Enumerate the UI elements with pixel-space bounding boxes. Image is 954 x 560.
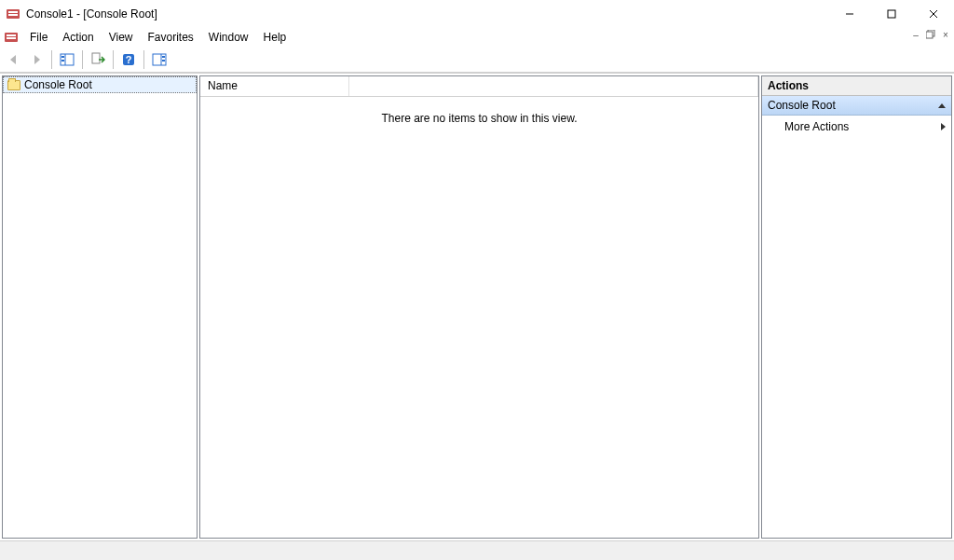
menu-help[interactable]: Help	[256, 29, 294, 46]
doc-icon[interactable]	[4, 30, 19, 45]
maximize-button[interactable]	[870, 0, 912, 28]
svg-rect-14	[61, 56, 64, 58]
toolbar: ?	[0, 47, 954, 73]
svg-rect-15	[61, 60, 64, 61]
action-pane-icon	[152, 52, 167, 67]
svg-rect-2	[8, 14, 18, 16]
export-list-button[interactable]	[88, 49, 108, 70]
forward-icon	[29, 52, 44, 67]
menu-window[interactable]: Window	[201, 29, 256, 46]
folder-icon	[7, 80, 20, 90]
back-button[interactable]	[4, 49, 24, 70]
app-icon	[6, 7, 20, 21]
doc-close-button[interactable]: ×	[939, 28, 952, 41]
tree-panel: Console Root	[2, 75, 198, 539]
actions-section-header[interactable]: Console Root	[762, 96, 951, 116]
menu-action[interactable]: Action	[55, 29, 101, 46]
empty-list-message: There are no items to show in this view.	[200, 97, 758, 538]
menubar: File Action View Favorites Window Help –…	[0, 28, 954, 47]
submenu-icon	[941, 123, 946, 130]
tree-toggle-icon	[60, 52, 75, 67]
tree-root-label: Console Root	[24, 78, 92, 91]
menu-favorites[interactable]: Favorites	[141, 29, 201, 46]
more-actions-item[interactable]: More Actions	[762, 116, 951, 138]
menu-view[interactable]: View	[102, 29, 141, 46]
actions-panel: Actions Console Root More Actions	[761, 75, 952, 539]
list-header: Name	[200, 76, 758, 97]
list-panel: Name There are no items to show in this …	[199, 75, 759, 539]
collapse-icon	[938, 103, 946, 108]
window-controls	[828, 0, 954, 28]
minimize-button[interactable]	[828, 0, 870, 28]
more-actions-label: More Actions	[784, 120, 849, 133]
tree-root-item[interactable]: Console Root	[3, 76, 197, 93]
menu-file[interactable]: File	[22, 29, 55, 46]
column-spacer	[349, 76, 758, 96]
action-pane-button[interactable]	[149, 49, 170, 70]
help-icon: ?	[121, 52, 136, 67]
back-icon	[7, 52, 21, 67]
svg-rect-16	[92, 53, 100, 63]
svg-rect-9	[7, 37, 16, 39]
column-name[interactable]: Name	[200, 76, 349, 96]
center-wrap: Name There are no items to show in this …	[199, 75, 759, 539]
actions-header: Actions	[762, 76, 951, 96]
svg-rect-21	[162, 56, 165, 58]
show-hide-tree-button[interactable]	[57, 49, 77, 70]
workspace: Console Root Name There are no items to …	[0, 73, 954, 540]
help-button[interactable]: ?	[118, 49, 139, 70]
svg-text:?: ?	[126, 54, 132, 65]
svg-rect-1	[8, 11, 18, 13]
svg-rect-22	[162, 60, 165, 61]
titlebar: Console1 - [Console Root]	[0, 0, 954, 28]
window-title: Console1 - [Console Root]	[26, 7, 157, 20]
doc-window-controls: – ×	[909, 28, 952, 41]
forward-button[interactable]	[26, 49, 47, 70]
svg-rect-8	[7, 34, 16, 36]
doc-minimize-button[interactable]: –	[909, 28, 922, 41]
toolbar-separator	[82, 50, 83, 69]
svg-rect-4	[888, 10, 895, 18]
svg-rect-11	[926, 32, 933, 38]
export-icon	[90, 52, 105, 67]
close-button[interactable]	[912, 0, 954, 28]
toolbar-separator	[143, 50, 144, 69]
toolbar-separator	[51, 50, 52, 69]
actions-section-label: Console Root	[768, 99, 836, 112]
statusbar	[0, 540, 954, 560]
doc-restore-button[interactable]	[924, 28, 937, 41]
toolbar-separator	[113, 50, 114, 69]
